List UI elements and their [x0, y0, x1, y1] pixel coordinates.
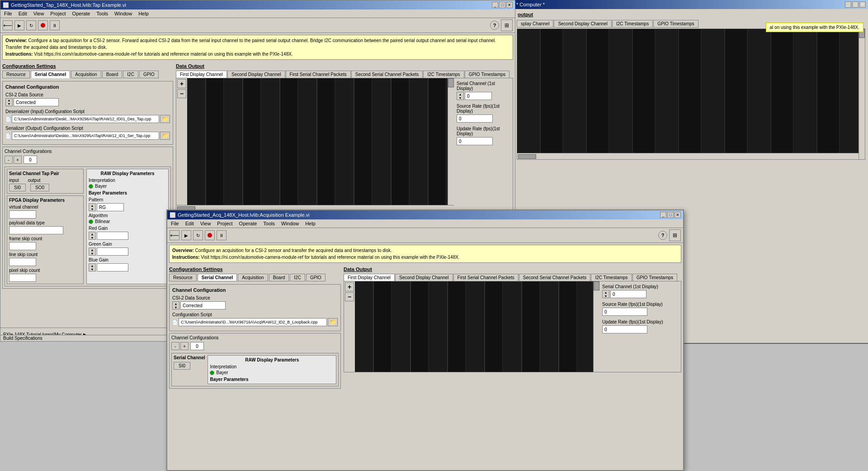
second-data-tab-first-serial[interactable]: First Serial Channel Packets	[453, 274, 519, 281]
sc-spin-down[interactable]: ▼	[457, 96, 463, 100]
remove-btn[interactable]: -	[5, 156, 13, 164]
source-rate-value[interactable]: 0	[457, 114, 493, 123]
right-tab-gpio[interactable]: GPIO Timestamps	[653, 20, 698, 28]
second-sc-value[interactable]: 0	[610, 290, 646, 298]
pattern-spin-up[interactable]: ▲	[89, 204, 95, 207]
second-menu-view[interactable]: View	[198, 220, 213, 227]
menu-edit[interactable]: Edit	[17, 10, 29, 17]
sc-spin-up[interactable]: ▲	[457, 92, 463, 96]
vc-input[interactable]: 0	[9, 210, 36, 219]
second-menu-project[interactable]: Project	[215, 220, 234, 227]
v-scroll-thumb[interactable]	[448, 78, 454, 87]
second-menu-file[interactable]: File	[169, 220, 181, 227]
second-max-btn[interactable]: □	[667, 212, 674, 218]
red-spin-up[interactable]: ▲	[89, 232, 95, 236]
second-v-scroll-thumb[interactable]	[594, 281, 599, 290]
deser-folder-btn[interactable]: 📁	[160, 115, 170, 123]
right-close-btn[interactable]: ✕	[859, 1, 866, 8]
second-menu-operate[interactable]: Operate	[237, 220, 259, 227]
data-tab-first-serial[interactable]: First Serial Channel Packets	[286, 71, 351, 78]
second-sc-up[interactable]: ▲	[603, 290, 609, 294]
data-tab-second-serial[interactable]: Second Serial Channel Packets	[351, 71, 423, 78]
min-btn[interactable]: _	[492, 2, 498, 8]
payload-input[interactable]: RAW 12	[9, 226, 63, 234]
data-tab-gpio[interactable]: GPIO Timestamps	[465, 71, 510, 78]
second-csi2-up[interactable]: ▲	[173, 302, 179, 305]
update-rate-value[interactable]: 0	[457, 137, 493, 145]
tab-resource[interactable]: Resource	[2, 71, 30, 78]
serial-channel-value[interactable]: 0	[465, 92, 492, 100]
max-btn[interactable]: □	[499, 2, 505, 8]
csi2-value[interactable]: Corrected	[14, 98, 59, 106]
second-menu-help[interactable]: Help	[303, 220, 317, 227]
second-csi2-down[interactable]: ▼	[173, 305, 179, 309]
second-close-btn[interactable]: ✕	[675, 212, 681, 218]
data-tab-first-display[interactable]: First Display Channel	[176, 71, 227, 78]
menu-file[interactable]: File	[2, 10, 14, 17]
second-csi2-value[interactable]: Corrected	[180, 301, 226, 309]
second-data-tab-first[interactable]: First Display Channel	[344, 274, 395, 281]
help-btn[interactable]: ?	[490, 21, 499, 30]
tab-gpio[interactable]: GPIO	[139, 71, 159, 78]
second-update-rate-value[interactable]: 0	[602, 325, 647, 333]
menu-window[interactable]: Window	[113, 10, 134, 17]
blue-spin-up[interactable]: ▲	[89, 264, 95, 267]
pattern-value[interactable]: RG	[97, 203, 124, 211]
frame-skip-input[interactable]: 0	[9, 242, 36, 250]
csi2-spin-up[interactable]: ▲	[6, 99, 12, 102]
second-sc-down[interactable]: ▼	[603, 294, 609, 298]
panel-icon[interactable]: ⊞	[501, 19, 513, 31]
menu-tools[interactable]: Tools	[94, 10, 110, 17]
second-tab-gpio[interactable]: GPIO	[306, 274, 326, 281]
second-source-rate-value[interactable]: 0	[602, 308, 647, 316]
pattern-spin-down[interactable]: ▼	[89, 207, 95, 211]
right-tab-i2c[interactable]: I2C Timestamps	[612, 20, 653, 28]
second-tab-resource[interactable]: Resource	[169, 274, 197, 281]
second-toolbar-stop[interactable]	[205, 230, 215, 240]
tab-acquisition[interactable]: Acquisition	[71, 71, 101, 78]
red-spin-down[interactable]: ▼	[89, 236, 95, 239]
zoom-in-btn[interactable]: +	[177, 79, 186, 88]
right-max-btn[interactable]: □	[852, 1, 859, 8]
menu-view[interactable]: View	[32, 10, 46, 17]
second-tab-i2c[interactable]: I2C	[290, 274, 305, 281]
second-add-btn[interactable]: +	[180, 342, 189, 350]
second-script-value[interactable]: C:\Users\Administrator\D...\MAX96716A\Ac…	[179, 318, 327, 326]
second-toolbar-refresh[interactable]: ↻	[193, 230, 203, 240]
second-zoom-in[interactable]: +	[345, 282, 354, 291]
toolbar-refresh-btn[interactable]: ↻	[26, 20, 36, 30]
right-min-btn[interactable]: _	[845, 1, 851, 8]
green-gain-input[interactable]: 1.000	[97, 247, 128, 256]
ser-value[interactable]: C:\Users\Administrator\Deskto...\MAX9295…	[12, 132, 159, 140]
right-hscroll[interactable]	[517, 153, 859, 159]
right-scrollbar[interactable]	[859, 29, 865, 159]
second-script-folder[interactable]: 📁	[328, 318, 338, 326]
v-scrollbar[interactable]	[448, 78, 454, 205]
second-v-scroll[interactable]	[593, 281, 599, 372]
second-toolbar-run[interactable]: ▶	[181, 230, 191, 240]
blue-spin-down[interactable]: ▼	[89, 267, 95, 271]
second-toolbar-pause[interactable]: ⏸	[217, 230, 226, 240]
toolbar-stop-btn[interactable]	[38, 20, 48, 30]
second-menu-window[interactable]: Window	[279, 220, 301, 227]
channel-index[interactable]	[24, 156, 37, 164]
pixel-skip-input[interactable]: 0	[9, 274, 36, 282]
second-remove-btn[interactable]: -	[171, 342, 179, 350]
csi2-spin-down[interactable]: ▼	[6, 102, 12, 106]
second-data-tab-gpio[interactable]: GPIO Timestamps	[632, 274, 678, 281]
second-tab-serial[interactable]: Serial Channel	[198, 274, 237, 281]
second-toolbar-back[interactable]: ⟵	[170, 230, 179, 240]
tab-board[interactable]: Board	[102, 71, 123, 78]
output-so0-btn[interactable]: SO0	[30, 184, 49, 191]
second-zoom-out[interactable]: −	[345, 292, 354, 301]
green-spin-down[interactable]: ▼	[89, 252, 95, 255]
add-btn[interactable]: +	[14, 156, 22, 164]
zoom-out-btn[interactable]: −	[177, 89, 186, 98]
second-data-tab-i2c[interactable]: I2C Timestamps	[591, 274, 632, 281]
tab-serial-channel[interactable]: Serial Channel	[31, 71, 70, 78]
input-si0-btn[interactable]: SI0	[9, 184, 26, 191]
toolbar-run-btn[interactable]: ▶	[14, 20, 24, 30]
toolbar-pause-btn[interactable]: ⏸	[50, 20, 60, 30]
right-tab-display[interactable]: splay Channel	[517, 20, 553, 28]
algorithm-radio[interactable]	[89, 219, 93, 224]
